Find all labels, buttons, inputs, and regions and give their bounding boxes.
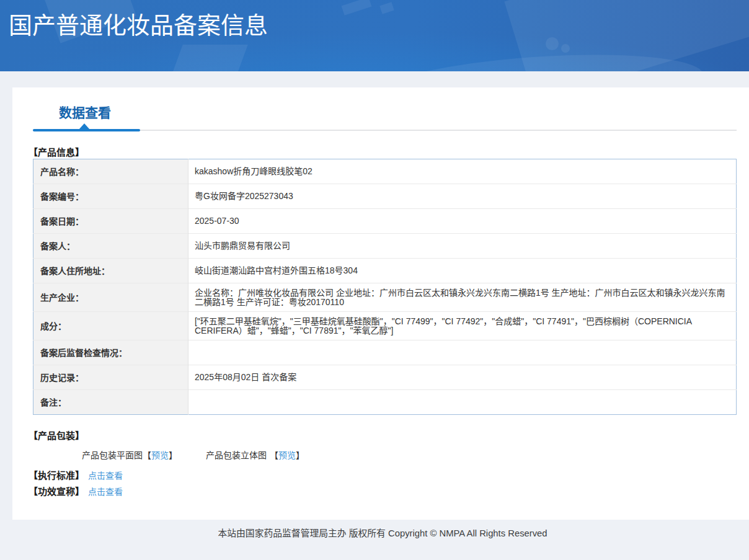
row-value: 汕头市鹏鼎贸易有限公司 — [188, 234, 737, 259]
row-value: 2025年08月02日 首次备案 — [188, 365, 737, 390]
tab-data-view[interactable]: 数据查看 — [59, 105, 111, 120]
row-value: 2025-07-30 — [188, 209, 737, 234]
section-heading-product-info: 【产品信息】 — [29, 148, 84, 158]
banner-decor-slab — [167, 45, 247, 71]
page-footer: 本站由国家药品监督管理局主办 版权所有 Copyright © NMPA All… — [0, 520, 749, 560]
packaging-previews-row: 产品包装平面图【预览】 产品包装立体图【预览】 — [12, 450, 749, 460]
standard-view-link[interactable]: 点击查看 — [88, 471, 123, 481]
table-row: 备案人住所地址： 岐山街道潮汕路中宫村道外围五格18号304 — [33, 259, 737, 283]
bracket-close: 】 — [296, 450, 304, 460]
row-value: kakashow折角刀峰眼线胶笔02 — [188, 159, 737, 184]
row-label: 产品名称： — [33, 159, 188, 184]
row-label: 历史记录： — [33, 365, 188, 390]
efficacy-view-link[interactable]: 点击查看 — [88, 487, 123, 497]
bracket-open: 【 — [270, 450, 278, 460]
table-row: 备注： — [33, 390, 737, 415]
efficacy-row: 【功效宣称】点击查看 — [29, 486, 123, 497]
page-title: 国产普通化妆品备案信息 — [9, 12, 268, 38]
page: { "banner": { "title": "国产普通化妆品备案信息" }, … — [0, 0, 749, 560]
row-label: 备案后监督检查情况： — [33, 340, 188, 365]
table-row: 生产企业： 企业名称：广州唯妆化妆品有限公司 企业地址：广州市白云区太和镇永兴龙… — [33, 283, 737, 312]
table-row: 成分： ["环五聚二甲基硅氧烷"，"三甲基硅烷氧基硅酸酯"，"CI 77499"… — [33, 312, 737, 340]
row-value — [188, 340, 737, 365]
banner-decor-bit — [342, 0, 372, 16]
packaging-stereo-preview-link[interactable]: 预览 — [278, 450, 296, 460]
table-row: 备案后监督检查情况： — [33, 340, 737, 365]
row-value — [188, 390, 737, 415]
row-label: 备案日期： — [33, 209, 188, 234]
row-value: 粤G妆网备字2025273043 — [188, 184, 737, 209]
packaging-flat-item: 产品包装平面图【预览】 — [82, 450, 177, 460]
packaging-flat-label: 产品包装平面图 — [82, 450, 143, 460]
table-row: 备案日期： 2025-07-30 — [33, 209, 737, 234]
row-label: 成分： — [33, 312, 188, 340]
packaging-stereo-item: 产品包装立体图【预览】 — [206, 450, 304, 460]
banner-decor-dot — [561, 44, 570, 53]
table-row: 备案人： 汕头市鹏鼎贸易有限公司 — [33, 234, 737, 259]
table-row: 备案编号： 粤G妆网备字2025273043 — [33, 184, 737, 209]
row-label: 生产企业： — [33, 283, 188, 312]
bracket-close: 】 — [169, 450, 177, 460]
section-heading-packaging: 【产品包装】 — [29, 431, 84, 441]
packaging-stereo-label: 产品包装立体图 — [206, 450, 267, 460]
packaging-flat-preview-link[interactable]: 预览 — [151, 450, 169, 460]
bracket-open: 【 — [143, 450, 151, 460]
row-label: 备注： — [33, 390, 188, 415]
banner-decor-bit — [379, 2, 394, 14]
page-header-banner: 国产普通化妆品备案信息 — [0, 0, 749, 71]
table-row: 历史记录： 2025年08月02日 首次备案 — [33, 365, 737, 390]
row-label: 备案人： — [33, 234, 188, 259]
row-value: 企业名称：广州唯妆化妆品有限公司 企业地址：广州市白云区太和镇永兴龙兴东南二横路… — [188, 283, 737, 312]
banner-decor-dot — [546, 37, 559, 50]
section-heading-efficacy: 【功效宣称】 — [29, 486, 84, 497]
standard-row: 【执行标准】点击查看 — [29, 470, 123, 481]
tab-caret-icon — [79, 123, 90, 130]
section-heading-standard: 【执行标准】 — [29, 470, 84, 481]
row-value: ["环五聚二甲基硅氧烷"，"三甲基硅烷氧基硅酸酯"，"CI 77499"，"CI… — [188, 312, 737, 340]
table-row: 产品名称： kakashow折角刀峰眼线胶笔02 — [33, 159, 737, 184]
row-value: 岐山街道潮汕路中宫村道外围五格18号304 — [188, 259, 737, 283]
content-card: 数据查看 【产品信息】 产品名称： kakashow折角刀峰眼线胶笔02 备案编… — [12, 87, 749, 520]
product-info-table: 产品名称： kakashow折角刀峰眼线胶笔02 备案编号： 粤G妆网备字202… — [33, 159, 737, 415]
footer-copyright: 本站由国家药品监督管理局主办 版权所有 Copyright © NMPA All… — [0, 528, 749, 538]
row-label: 备案人住所地址： — [33, 259, 188, 283]
row-label: 备案编号： — [33, 184, 188, 209]
